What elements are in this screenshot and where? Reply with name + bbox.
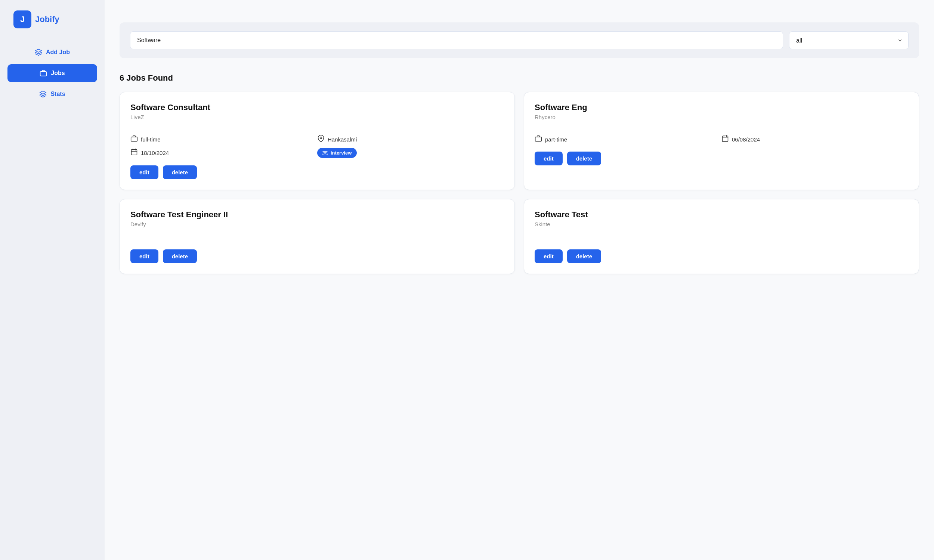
job-date-2: 06/08/2024 xyxy=(721,135,908,144)
calendar-icon-2 xyxy=(721,135,729,144)
results-count: 6 Jobs Found xyxy=(120,73,919,83)
sidebar-item-stats[interactable]: Stats xyxy=(8,85,97,103)
add-job-icon xyxy=(35,49,42,56)
briefcase-icon-2 xyxy=(535,135,542,144)
logo-icon: J xyxy=(14,11,31,28)
job-company-1: LiveZ xyxy=(130,114,504,120)
status-badge-1: interview xyxy=(317,148,357,158)
job-actions-2: edit delete xyxy=(535,152,908,165)
filter-select[interactable]: all full-time part-time internship freel… xyxy=(789,31,909,49)
job-title-4: Software Test xyxy=(535,210,908,220)
main-content: all full-time part-time internship freel… xyxy=(105,0,934,560)
job-type-2: part-time xyxy=(535,135,721,144)
edit-button-2[interactable]: edit xyxy=(535,152,563,165)
sidebar-item-stats-label: Stats xyxy=(51,91,65,97)
job-divider-1 xyxy=(130,128,504,128)
job-date-label-1: 18/10/2024 xyxy=(141,150,169,156)
job-title-3: Software Test Engineer II xyxy=(130,210,504,220)
job-company-3: Devify xyxy=(130,221,504,228)
calendar-icon-1 xyxy=(130,148,138,157)
app-name: Jobify xyxy=(35,15,59,24)
job-location-1: Hankasalmi xyxy=(317,135,504,144)
job-divider-2 xyxy=(535,128,908,128)
job-type-label-2: part-time xyxy=(545,136,567,143)
jobs-grid: Software Consultant LiveZ full-time xyxy=(120,92,919,274)
svg-rect-1 xyxy=(40,72,47,76)
svg-marker-2 xyxy=(40,91,46,94)
job-location-label-1: Hankasalmi xyxy=(328,136,357,143)
job-divider-4 xyxy=(535,235,908,235)
job-actions-1: edit delete xyxy=(130,165,504,179)
sidebar-item-jobs-label: Jobs xyxy=(51,70,65,77)
job-divider-3 xyxy=(130,235,504,235)
briefcase-icon-1 xyxy=(130,135,138,144)
svg-rect-11 xyxy=(723,136,728,142)
svg-point-9 xyxy=(324,152,326,154)
svg-point-4 xyxy=(320,137,322,139)
job-type-label-1: full-time xyxy=(141,136,161,143)
delete-button-2[interactable]: delete xyxy=(567,152,601,165)
job-title-1: Software Consultant xyxy=(130,103,504,112)
job-meta-2: part-time 06/08/2024 xyxy=(535,135,908,144)
svg-rect-3 xyxy=(131,137,137,142)
job-card-3: Software Test Engineer II Devify edit de… xyxy=(120,199,515,274)
delete-button-1[interactable]: delete xyxy=(163,165,197,179)
job-status-1: interview xyxy=(317,148,504,158)
job-date-1: 18/10/2024 xyxy=(130,148,317,158)
jobs-icon xyxy=(40,69,47,77)
job-company-4: Skinte xyxy=(535,221,908,228)
logo-area: J Jobify xyxy=(0,0,105,43)
sidebar: J Jobify Add Job Jobs xyxy=(0,0,105,560)
job-date-label-2: 06/08/2024 xyxy=(732,136,760,143)
job-card-4: Software Test Skinte edit delete xyxy=(524,199,919,274)
delete-button-3[interactable]: delete xyxy=(163,249,197,263)
svg-rect-5 xyxy=(131,149,137,155)
job-title-2: Software Eng xyxy=(535,103,908,112)
search-bar: all full-time part-time internship freel… xyxy=(120,22,919,58)
svg-marker-0 xyxy=(35,49,42,52)
job-meta-1: full-time Hankasalmi xyxy=(130,135,504,158)
location-icon-1 xyxy=(317,135,325,144)
job-actions-4: edit delete xyxy=(535,249,908,263)
job-actions-3: edit delete xyxy=(130,249,504,263)
search-input[interactable] xyxy=(130,31,783,49)
edit-button-4[interactable]: edit xyxy=(535,249,563,263)
delete-button-4[interactable]: delete xyxy=(567,249,601,263)
edit-button-1[interactable]: edit xyxy=(130,165,159,179)
stats-icon xyxy=(39,90,47,98)
sidebar-nav: Add Job Jobs Stats xyxy=(0,43,105,103)
sidebar-item-add-job[interactable]: Add Job xyxy=(8,43,97,61)
sidebar-item-add-job-label: Add Job xyxy=(46,49,70,55)
svg-rect-10 xyxy=(535,137,542,142)
job-card-2: Software Eng Rhycero part-time xyxy=(524,92,919,190)
job-card-1: Software Consultant LiveZ full-time xyxy=(120,92,515,190)
edit-button-3[interactable]: edit xyxy=(130,249,159,263)
job-company-2: Rhycero xyxy=(535,114,908,120)
job-type-1: full-time xyxy=(130,135,317,144)
sidebar-item-jobs[interactable]: Jobs xyxy=(8,64,97,82)
